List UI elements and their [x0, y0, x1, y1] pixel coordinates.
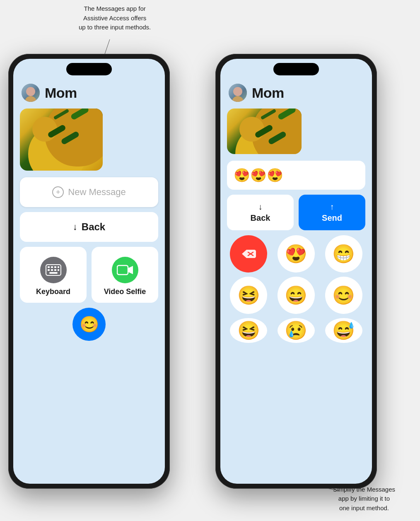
right-phone: Mom 😍😍😍 ↓ Back ↑ Send — [215, 54, 377, 489]
annotation-line3: up to three input methods. — [79, 24, 151, 31]
emoji-message-content: 😍😍😍 — [234, 167, 283, 183]
left-avatar — [22, 84, 40, 102]
svg-rect-3 — [48, 266, 50, 268]
svg-rect-9 — [54, 269, 56, 271]
send-arrow-icon: ↑ — [330, 202, 334, 212]
right-contact-name: Mom — [252, 85, 284, 101]
emoji-message-area[interactable]: 😍😍😍 — [227, 161, 365, 190]
emoji-heart-eyes[interactable]: 😍 — [278, 235, 315, 273]
dynamic-island-right — [273, 63, 319, 75]
emoji-partial-tile[interactable]: 😊 — [20, 308, 158, 341]
left-avatar-img — [22, 84, 40, 102]
emoji-sweat[interactable]: 😅 — [325, 318, 362, 343]
top-annotation: The Messages app for Assistive Access of… — [79, 4, 151, 32]
svg-rect-6 — [58, 266, 59, 268]
video-selfie-tile-label: Video Selfie — [104, 287, 146, 296]
video-selfie-tile[interactable]: Video Selfie — [92, 247, 158, 303]
right-phone-screen: Mom 😍😍😍 ↓ Back ↑ Send — [220, 59, 372, 484]
delete-key[interactable] — [230, 235, 267, 273]
left-contact-name: Mom — [45, 85, 77, 101]
left-phone: Mom + New Message ↓ Back — [8, 54, 170, 489]
emoji-laugh[interactable]: 😆 — [230, 277, 267, 314]
emoji-row-3: 😆 😢 😅 — [227, 318, 365, 343]
svg-rect-8 — [51, 269, 53, 271]
annotation-line2: Assistive Access offers — [83, 14, 146, 22]
svg-rect-11 — [49, 272, 58, 274]
svg-marker-13 — [128, 266, 133, 274]
emoji-row-2: 😆 😄 😊 — [227, 277, 365, 314]
send-label: Send — [322, 213, 342, 223]
emoji-icon-blue: 😊 — [72, 308, 106, 341]
left-image-bubble — [20, 109, 103, 171]
emoji-keyboard: 😍 😁 😆 😄 😊 😆 😢 😅 — [227, 235, 365, 343]
emoji-row-1: 😍 😁 — [227, 235, 365, 273]
send-button[interactable]: ↑ Send — [299, 195, 365, 230]
right-back-label: Back — [251, 213, 270, 223]
svg-rect-5 — [54, 266, 56, 268]
left-back-label: Back — [82, 221, 105, 233]
svg-rect-7 — [48, 269, 50, 271]
svg-rect-12 — [117, 265, 128, 275]
delete-icon — [241, 248, 256, 260]
right-image-bubble — [227, 109, 302, 154]
bottom-annotation: Simplify the Messages app by limiting it… — [333, 485, 395, 513]
right-back-button[interactable]: ↓ Back — [227, 195, 294, 230]
keyboard-icon-bg — [40, 257, 67, 283]
keyboard-tile[interactable]: Keyboard — [20, 247, 87, 303]
bottom-annotation-line3: one input method. — [339, 504, 389, 511]
dynamic-island-left — [66, 63, 112, 75]
keyboard-icon — [46, 264, 61, 276]
svg-rect-4 — [51, 266, 53, 268]
svg-rect-10 — [58, 269, 59, 271]
camera-icon — [117, 264, 133, 276]
input-method-grid: Keyboard Video Selfie — [20, 247, 158, 303]
annotation-line1: The Messages app for — [84, 5, 146, 12]
left-back-button[interactable]: ↓ Back — [20, 212, 158, 242]
keyboard-tile-label: Keyboard — [36, 287, 70, 296]
emoji-xd[interactable]: 😆 — [230, 318, 267, 343]
new-message-button[interactable]: + New Message — [20, 177, 158, 207]
left-phone-screen: Mom + New Message ↓ Back — [13, 59, 165, 484]
back-arrow-icon: ↓ — [258, 202, 263, 212]
right-avatar — [229, 84, 247, 102]
emoji-smile[interactable]: 😄 — [278, 277, 315, 314]
video-selfie-icon-bg — [112, 257, 138, 283]
new-message-icon: + — [52, 186, 64, 198]
emoji-grin[interactable]: 😁 — [325, 235, 362, 273]
emoji-cry[interactable]: 😢 — [278, 318, 315, 343]
action-row: ↓ Back ↑ Send — [227, 195, 365, 230]
new-message-label: New Message — [68, 187, 126, 198]
right-avatar-img — [229, 84, 247, 102]
emoji-blush[interactable]: 😊 — [325, 277, 362, 314]
bottom-annotation-line2: app by limiting it to — [338, 495, 390, 502]
